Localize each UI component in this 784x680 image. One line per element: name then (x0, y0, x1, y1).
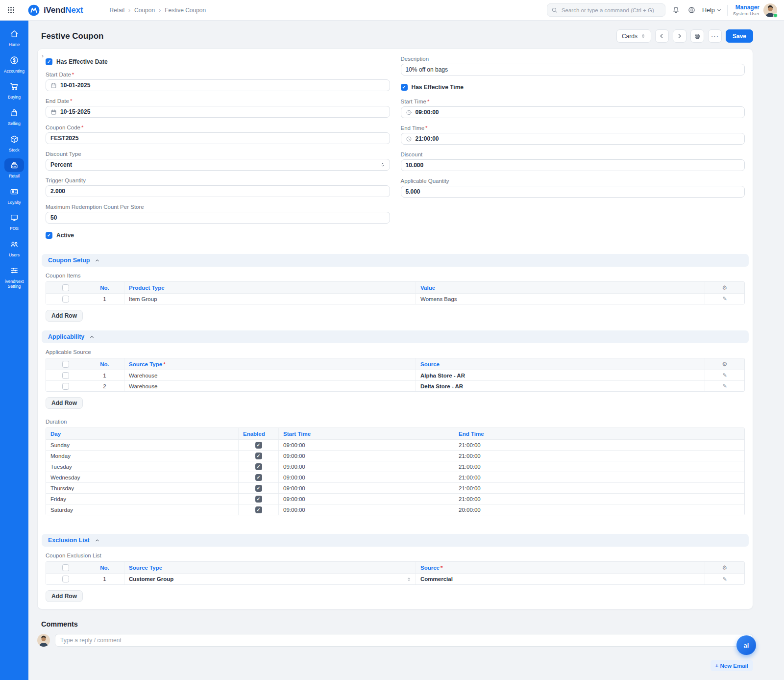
has-effective-time-checkbox[interactable]: ✓ (401, 84, 408, 91)
enabled-checkbox[interactable]: ✓ (255, 485, 262, 492)
table-header-row: No. Source Type* Source ⚙ (46, 358, 744, 370)
sidebar-item-pos[interactable]: POS (0, 211, 28, 231)
enabled-checkbox[interactable]: ✓ (255, 442, 262, 449)
help-menu[interactable]: Help (702, 7, 722, 14)
row-checkbox[interactable] (62, 383, 69, 390)
cards-view-button[interactable]: Cards (616, 29, 651, 43)
sidebar-item-accounting[interactable]: Accounting (0, 53, 28, 74)
breadcrumb-separator: › (159, 7, 161, 14)
breadcrumb-retail[interactable]: Retail (109, 7, 124, 14)
main-content: Festive Coupon Cards ··· Save › (28, 21, 784, 680)
field-label: End Time (401, 125, 425, 131)
breadcrumb-coupon[interactable]: Coupon (134, 7, 155, 14)
edit-icon[interactable]: ✎ (722, 383, 727, 389)
avatar (763, 3, 777, 17)
clock-icon (406, 136, 412, 142)
chevron-right-icon (676, 33, 683, 39)
sidebar-item-loyalty[interactable]: Loyalty (0, 185, 28, 205)
save-button[interactable]: Save (726, 29, 753, 43)
trigger-quantity-input[interactable]: 2.000 (46, 185, 390, 197)
chevron-down-icon (716, 7, 722, 13)
sidebar-item-buying[interactable]: Buying (0, 79, 28, 100)
breadcrumb-festive-coupon[interactable]: Festive Coupon (165, 7, 206, 14)
description-input[interactable]: 10% off on bags (401, 64, 745, 76)
duration-row: Saturday ✓ 09:00:00 20:00:00 (46, 504, 744, 515)
add-row-button[interactable]: Add Row (46, 590, 83, 602)
user-menu[interactable]: Manager System User (733, 3, 777, 17)
coupon-code-input[interactable]: FEST2025 (46, 132, 390, 144)
select-all-checkbox[interactable] (62, 564, 69, 571)
search-input[interactable] (547, 3, 665, 17)
has-effective-date-checkbox[interactable]: ✓ (46, 58, 52, 65)
end-date-input[interactable]: 10-15-2025 (46, 106, 390, 118)
add-row-button[interactable]: Add Row (46, 310, 83, 322)
collapse-sidebar-toggle[interactable]: › (39, 51, 47, 59)
gear-icon[interactable]: ⚙ (722, 361, 728, 367)
chevron-up-icon (89, 334, 95, 340)
table-row[interactable]: 1 Warehouse Alpha Store - AR ✎ (46, 370, 744, 380)
discount-type-select[interactable]: Percent (46, 159, 390, 171)
column-value: Value (416, 282, 705, 293)
end-time-input[interactable]: 21:00:00 (401, 133, 745, 145)
cell-day: Wednesday (46, 472, 239, 482)
coupon-setup-section-header[interactable]: Coupon Setup (42, 254, 749, 267)
select-all-checkbox[interactable] (62, 284, 69, 291)
sidebar-item-home[interactable]: Home (0, 27, 28, 48)
edit-icon[interactable]: ✎ (722, 296, 727, 302)
print-button[interactable] (690, 29, 704, 43)
cell-source-type-select[interactable]: Customer Group (124, 574, 416, 584)
logo-text: iVendNext (44, 5, 83, 15)
next-record-button[interactable] (673, 29, 686, 43)
cell-start-time: 09:00:00 (279, 440, 454, 450)
app-logo[interactable]: iVendNext (27, 4, 83, 17)
notifications-button[interactable] (671, 5, 681, 15)
comments-title: Comments (37, 620, 753, 628)
comment-input[interactable] (55, 634, 753, 647)
applicability-section-header[interactable]: Applicability (42, 330, 749, 343)
enabled-checkbox[interactable]: ✓ (255, 496, 262, 503)
app-grid-button[interactable] (0, 0, 22, 21)
accounting-icon (9, 55, 19, 65)
applicable-quantity-input[interactable]: 5.000 (401, 186, 745, 198)
cell-day: Friday (46, 494, 239, 504)
enabled-checkbox[interactable]: ✓ (255, 463, 262, 470)
row-checkbox[interactable] (62, 372, 69, 379)
new-email-button[interactable]: + New Email (710, 660, 753, 671)
globe-button[interactable] (686, 5, 697, 15)
row-checkbox[interactable] (62, 296, 69, 302)
exclusion-list-section-header[interactable]: Exclusion List (42, 534, 749, 547)
gear-icon[interactable]: ⚙ (722, 565, 728, 571)
required-marker: * (81, 125, 83, 130)
gear-icon[interactable]: ⚙ (722, 285, 728, 291)
sidebar-item-users[interactable]: Users (0, 237, 28, 258)
max-redemption-input[interactable]: 50 (46, 212, 390, 224)
start-time-field: Start Time* 09:00:00 (401, 99, 745, 118)
start-date-input[interactable]: 10-01-2025 (46, 79, 390, 91)
ai-assistant-button[interactable]: ai (736, 635, 756, 655)
enabled-checkbox[interactable]: ✓ (255, 506, 262, 513)
discount-input[interactable]: 10.000 (401, 159, 745, 171)
table-row[interactable]: 1 Customer Group Commercial ✎ (46, 573, 744, 584)
sidebar-item-selling[interactable]: Selling (0, 106, 28, 126)
table-row[interactable]: 1 Item Group Womens Bags ✎ (46, 293, 744, 304)
sidebar-item-ivendnext-setting[interactable]: iVendNext Setting (0, 264, 28, 289)
active-checkbox[interactable]: ✓ (46, 232, 52, 239)
enabled-checkbox[interactable]: ✓ (255, 453, 262, 459)
row-checkbox[interactable] (62, 576, 69, 582)
breadcrumb: Retail › Coupon › Festive Coupon (109, 7, 206, 14)
enabled-checkbox[interactable]: ✓ (255, 474, 262, 481)
applicable-source-label: Applicable Source (46, 349, 745, 355)
sidebar-item-retail[interactable]: Retail (0, 158, 28, 179)
cell-start-time: 09:00:00 (279, 461, 454, 472)
edit-icon[interactable]: ✎ (722, 577, 727, 582)
select-all-checkbox[interactable] (62, 361, 69, 368)
duration-row: Monday ✓ 09:00:00 21:00:00 (46, 450, 744, 461)
add-row-button[interactable]: Add Row (46, 397, 83, 409)
sidebar-item-stock[interactable]: Stock (0, 132, 28, 153)
start-time-input[interactable]: 09:00:00 (401, 106, 745, 118)
edit-icon[interactable]: ✎ (722, 373, 727, 378)
table-row[interactable]: 2 Warehouse Delta Store - AR ✎ (46, 380, 744, 391)
more-actions-button[interactable]: ··· (708, 29, 722, 43)
duration-label: Duration (46, 419, 745, 425)
prev-record-button[interactable] (655, 29, 669, 43)
